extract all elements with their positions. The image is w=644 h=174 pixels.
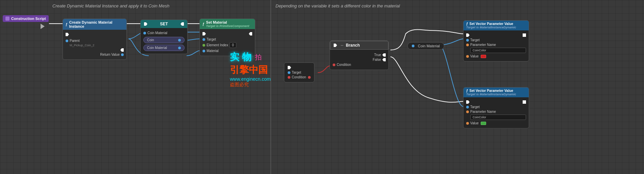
branch-condition-dot (333, 64, 335, 66)
condition-cond-dot (288, 76, 290, 79)
svp-bottom-subtitle: Target is MaterialInstanceDynamic (466, 93, 526, 96)
coin-out-pin (178, 39, 181, 42)
coin-button[interactable]: Coin (143, 37, 185, 43)
condition-node: Target Condition (284, 63, 314, 82)
sm-element-label: Element Index (207, 43, 228, 47)
condition-target-label: Target (292, 71, 301, 74)
branch-icon: ↔ (340, 43, 344, 48)
svp-bottom-value-dot (466, 122, 469, 125)
coin-material-pin: Coin Material (143, 31, 185, 35)
exec-out-icon (120, 48, 124, 52)
branch-true-pin (382, 53, 386, 57)
set-exec-in (144, 22, 147, 26)
coin-material-btn-container: Coin Material (143, 45, 185, 51)
set-material-node: ƒ Set Material Target is PrimitiveCompon… (199, 19, 255, 56)
construction-script-label: Construction Script (11, 17, 46, 21)
right-panel-label: Depending on the variable it sets a diff… (276, 3, 400, 8)
branch-false-pin (382, 58, 386, 61)
svp-top-title: Set Vector Parameter Value (470, 22, 514, 26)
svp-bottom-node: ƒ Set Vector Parameter Value Target is M… (463, 87, 529, 128)
condition-out-dot (308, 76, 311, 79)
svp-top-value-label: Value (470, 54, 479, 58)
set-exec-out (181, 22, 184, 26)
coin-material-right-label: Coin Material (418, 44, 440, 48)
branch-node: ↔ Branch True False Condition (330, 41, 389, 70)
coin-material-out-pin (178, 47, 181, 49)
set-material-header: ƒ Set Material Target is PrimitiveCompon… (200, 19, 255, 29)
parent-label: Parent (70, 39, 79, 43)
coin-material-right-dot (412, 45, 414, 47)
condition-exec (288, 66, 311, 69)
sm-exec-row (202, 32, 252, 35)
create-dynamic-header: ƒ Create Dynamic Material Instance (63, 19, 126, 30)
condition-target-dot (288, 71, 290, 74)
svp-top-param-value: CoinColor (470, 48, 526, 53)
svp-bottom-exec-in (466, 100, 470, 104)
svp-top-header: ƒ Set Vector Parameter Value Target is M… (463, 21, 529, 30)
svp-bottom-title: Set Vector Parameter Value (470, 89, 514, 93)
sm-exec-in (202, 32, 206, 35)
sm-material-dot (202, 50, 205, 52)
svp-top-exec-out (523, 33, 526, 37)
svp-top-target-pin: Target (466, 38, 526, 42)
svp-bottom-exec-row (466, 100, 526, 104)
coin-material-button-left[interactable]: Coin Material (143, 45, 185, 51)
svp-bottom-value-color (481, 122, 486, 125)
construction-script-badge: Construction Script (3, 15, 49, 22)
svp-top-target-dot (466, 39, 469, 42)
left-panel-label: Create Dynamic Material Instance and app… (52, 3, 169, 8)
svp-bottom-header: ƒ Set Vector Parameter Value Target is M… (463, 88, 529, 97)
svp-bottom-target-pin: Target (466, 105, 526, 109)
set-material-body: Target Element Index Material (200, 29, 255, 56)
coin-btn-container: Coin (143, 37, 185, 43)
svp-top-param-label: Parameter Name (470, 43, 496, 47)
branch-body: True False Condition (330, 50, 388, 70)
sm-element-input[interactable] (230, 42, 236, 48)
svp-bottom-param-label: Parameter Name (470, 110, 496, 114)
create-dynamic-material-node: ƒ Create Dynamic Material Instance Paren… (63, 19, 127, 60)
coin-label: Coin (147, 38, 154, 42)
sm-element-dot (202, 44, 205, 47)
condition-sublabel: Condition (292, 75, 306, 79)
parent-pin-row: Parent (66, 39, 124, 43)
branch-header: ↔ Branch (330, 41, 388, 50)
coin-material-right-node: Coin Material (407, 42, 444, 50)
exec-in-pin (66, 33, 124, 36)
svp-top-exec-row (466, 33, 526, 37)
svp-bottom-param-pin: Parameter Name (466, 110, 526, 114)
svp-top-target-label: Target (470, 38, 480, 42)
svp-bottom-func-icon: ƒ (466, 89, 468, 93)
svp-top-func-icon: ƒ (466, 22, 468, 26)
set-title: SET (160, 22, 168, 26)
branch-condition-row: Condition (333, 63, 386, 67)
branch-false-label: False (373, 58, 381, 61)
sm-target-dot (202, 38, 205, 41)
construction-script-arrow (41, 24, 45, 29)
svp-bottom-param-dot (466, 110, 469, 113)
parent-pin (66, 40, 68, 42)
branch-true-label: True (374, 53, 381, 57)
exec-in-icon (66, 33, 69, 36)
set-body: Coin Material Coin Coin Material (141, 28, 187, 54)
set-material-title: Set Material (206, 20, 249, 24)
svp-bottom-target-label: Target (470, 105, 480, 109)
svp-top-value-dot (466, 55, 469, 58)
svp-top-value-pin: Value (466, 54, 526, 58)
svp-top-body: Target Parameter Name CoinColor Value (463, 30, 529, 61)
branch-exec-in (334, 44, 337, 47)
svp-top-value-color (481, 55, 486, 58)
coin-material-label: Coin Material (147, 31, 167, 35)
branch-title: Branch (346, 43, 360, 48)
sm-material-pin: Material (202, 49, 252, 53)
svp-top-node: ƒ Set Vector Parameter Value Target is M… (463, 20, 529, 61)
sm-exec-out (249, 32, 252, 35)
svp-bottom-body: Target Parameter Name CoinColor Value (463, 97, 529, 128)
sm-element-pin: Element Index (202, 42, 252, 48)
set-node: SET Coin Material Coin Coin Material (140, 20, 188, 54)
coin-material-dot (143, 32, 146, 34)
svp-top-param-dot (466, 44, 469, 46)
svp-top-subtitle: Target is MaterialInstanceDynamic (466, 26, 526, 29)
svp-bottom-target-dot (466, 106, 469, 108)
condition-target-row: Target (288, 71, 311, 74)
condition-exec-in (288, 66, 291, 69)
